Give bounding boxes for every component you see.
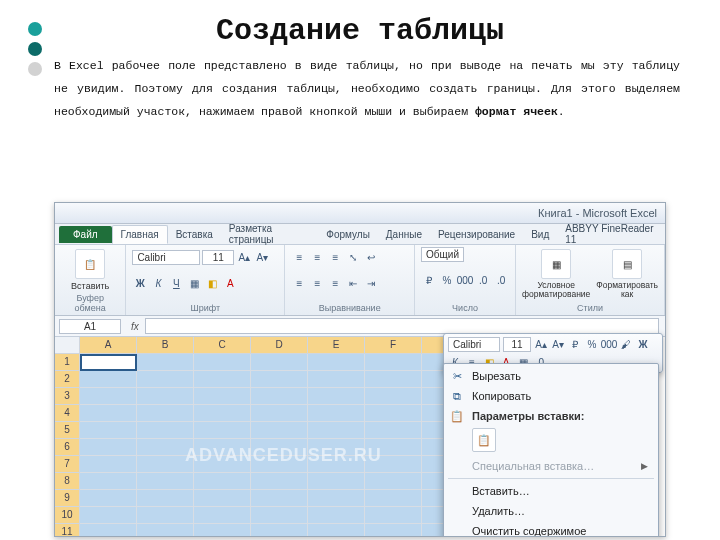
cell[interactable]: [137, 456, 194, 473]
col-C[interactable]: C: [194, 337, 251, 354]
cell[interactable]: [308, 354, 365, 371]
cell[interactable]: [137, 490, 194, 507]
cell[interactable]: [365, 456, 422, 473]
col-F[interactable]: F: [365, 337, 422, 354]
paste-icon[interactable]: 📋: [75, 249, 105, 279]
cell[interactable]: [365, 473, 422, 490]
cell[interactable]: [137, 422, 194, 439]
cell[interactable]: [308, 456, 365, 473]
cell[interactable]: [194, 490, 251, 507]
cell[interactable]: [194, 473, 251, 490]
row-header[interactable]: 2: [55, 371, 80, 388]
tab-pagelayout[interactable]: Разметка страницы: [221, 220, 318, 248]
mini-font-size[interactable]: 11: [503, 337, 531, 352]
cell[interactable]: [365, 524, 422, 537]
cell[interactable]: [80, 354, 137, 371]
grow-font-icon[interactable]: A▴: [236, 249, 252, 265]
align-center-icon[interactable]: ≡: [309, 275, 325, 291]
cell[interactable]: [194, 371, 251, 388]
cell[interactable]: [137, 507, 194, 524]
cell[interactable]: [137, 473, 194, 490]
formula-input[interactable]: [145, 318, 659, 334]
select-all-corner[interactable]: [55, 337, 80, 354]
shrink-font-icon[interactable]: A▾: [254, 249, 270, 265]
cell[interactable]: [308, 439, 365, 456]
cell[interactable]: [308, 507, 365, 524]
cell[interactable]: [308, 371, 365, 388]
fontcolor-icon[interactable]: A: [222, 275, 238, 291]
number-format-select[interactable]: Общий: [421, 247, 464, 262]
font-name-select[interactable]: Calibri: [132, 250, 200, 265]
cell[interactable]: [365, 422, 422, 439]
name-box[interactable]: A1: [59, 319, 121, 334]
row-header[interactable]: 10: [55, 507, 80, 524]
cell[interactable]: [137, 388, 194, 405]
cell[interactable]: [308, 405, 365, 422]
cell[interactable]: [80, 507, 137, 524]
cell[interactable]: [80, 422, 137, 439]
cell[interactable]: [251, 405, 308, 422]
row-header[interactable]: 9: [55, 490, 80, 507]
cell[interactable]: [365, 354, 422, 371]
orientation-icon[interactable]: ⤡: [345, 249, 361, 265]
col-D[interactable]: D: [251, 337, 308, 354]
mini-shrink-icon[interactable]: A▾: [551, 338, 565, 352]
tab-data[interactable]: Данные: [378, 226, 430, 243]
cell[interactable]: [194, 507, 251, 524]
comma-icon[interactable]: 000: [457, 273, 473, 289]
cell[interactable]: [194, 422, 251, 439]
percent-icon[interactable]: %: [439, 273, 455, 289]
cell[interactable]: [80, 439, 137, 456]
dec-dec-icon[interactable]: .0: [493, 273, 509, 289]
cell[interactable]: [365, 439, 422, 456]
cell[interactable]: [308, 473, 365, 490]
cell[interactable]: [251, 371, 308, 388]
ctx-clear[interactable]: Очистить содержимое: [444, 521, 658, 537]
cell[interactable]: [137, 524, 194, 537]
tab-abbyy[interactable]: ABBYY FineReader 11: [557, 220, 665, 248]
align-top-icon[interactable]: ≡: [291, 249, 307, 265]
align-mid-icon[interactable]: ≡: [309, 249, 325, 265]
mini-currency-icon[interactable]: ₽: [568, 338, 582, 352]
cond-format-icon[interactable]: ▦: [541, 249, 571, 279]
ctx-insert[interactable]: Вставить…: [444, 481, 658, 501]
indent-dec-icon[interactable]: ⇤: [345, 275, 361, 291]
cell[interactable]: [251, 507, 308, 524]
currency-icon[interactable]: ₽: [421, 273, 437, 289]
cell[interactable]: [365, 507, 422, 524]
cell[interactable]: [251, 473, 308, 490]
cell[interactable]: [80, 388, 137, 405]
row-header[interactable]: 7: [55, 456, 80, 473]
row-header[interactable]: 11: [55, 524, 80, 537]
row-header[interactable]: 5: [55, 422, 80, 439]
mini-paint-icon[interactable]: 🖌: [619, 338, 633, 352]
wrap-icon[interactable]: ↩: [363, 249, 379, 265]
paste-opt-1[interactable]: 📋: [472, 428, 496, 452]
cell[interactable]: [80, 473, 137, 490]
row-header[interactable]: 4: [55, 405, 80, 422]
italic-icon[interactable]: К: [150, 275, 166, 291]
cell[interactable]: [194, 439, 251, 456]
cell[interactable]: [251, 388, 308, 405]
row-header[interactable]: 1: [55, 354, 80, 371]
cell[interactable]: [194, 388, 251, 405]
ctx-cut[interactable]: Вырезать: [444, 366, 658, 386]
font-size-select[interactable]: 11: [202, 250, 234, 265]
align-left-icon[interactable]: ≡: [291, 275, 307, 291]
cell[interactable]: [308, 490, 365, 507]
dec-inc-icon[interactable]: .0: [475, 273, 491, 289]
ctx-copy[interactable]: Копировать: [444, 386, 658, 406]
cell[interactable]: [80, 405, 137, 422]
mini-comma-icon[interactable]: 000: [602, 338, 616, 352]
cell[interactable]: [137, 405, 194, 422]
tab-review[interactable]: Рецензирование: [430, 226, 523, 243]
cell[interactable]: [251, 354, 308, 371]
indent-inc-icon[interactable]: ⇥: [363, 275, 379, 291]
align-bot-icon[interactable]: ≡: [327, 249, 343, 265]
cell[interactable]: [251, 456, 308, 473]
col-B[interactable]: B: [137, 337, 194, 354]
fx-icon[interactable]: fx: [131, 321, 139, 332]
row-header[interactable]: 8: [55, 473, 80, 490]
ctx-delete[interactable]: Удалить…: [444, 501, 658, 521]
mini-font-name[interactable]: Calibri: [448, 337, 500, 352]
